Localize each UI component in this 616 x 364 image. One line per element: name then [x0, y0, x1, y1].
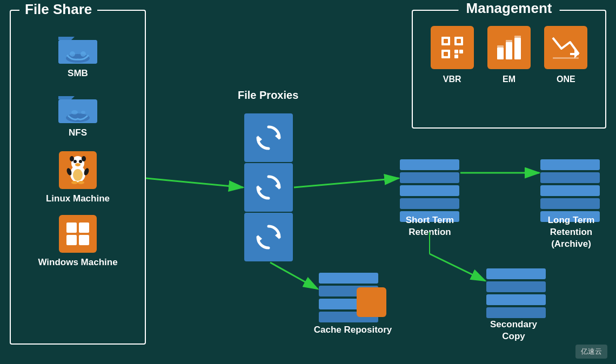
svg-point-20	[78, 181, 84, 184]
svg-rect-32	[454, 55, 458, 58]
svg-point-5	[81, 51, 86, 57]
svg-point-4	[70, 51, 75, 57]
svg-point-17	[70, 156, 74, 161]
linux-item: Linux Machine	[11, 151, 145, 204]
one-item: ONE	[544, 26, 587, 84]
storage-layer	[540, 185, 600, 196]
secondary-label: SecondaryCopy	[483, 319, 545, 342]
svg-point-10	[81, 111, 85, 114]
svg-rect-23	[66, 223, 77, 233]
file-share-box: File Share SMB NFS	[10, 10, 146, 345]
cache-label: Cache Repository	[312, 324, 393, 336]
storage-layer	[400, 172, 459, 183]
cache-orange-icon	[357, 287, 386, 317]
svg-rect-40	[506, 40, 512, 42]
management-title: Management	[459, 0, 560, 18]
proxy-box-2	[244, 163, 293, 212]
windows-icon	[59, 215, 97, 253]
storage-layer	[486, 268, 546, 279]
management-icons: VBR EM	[413, 11, 605, 90]
storage-layer	[486, 294, 546, 305]
nfs-label: NFS	[69, 127, 87, 138]
svg-point-16	[75, 163, 81, 166]
smb-label: SMB	[68, 68, 88, 79]
watermark: 亿速云	[575, 345, 607, 359]
svg-line-56	[430, 254, 485, 281]
storage-layer	[400, 185, 459, 196]
svg-rect-33	[444, 39, 448, 43]
svg-point-19	[71, 181, 78, 184]
smb-icon	[58, 32, 97, 64]
em-icon-box	[487, 26, 531, 69]
storage-layer	[400, 159, 459, 170]
vbr-icon-box	[431, 26, 474, 69]
svg-point-15	[79, 160, 82, 163]
file-proxies-label: File Proxies	[238, 89, 298, 102]
linux-icon	[59, 151, 97, 189]
svg-point-18	[82, 156, 86, 161]
smb-item: SMB	[11, 32, 145, 79]
storage-layer	[540, 198, 600, 209]
vbr-label: VBR	[443, 75, 461, 84]
svg-point-13	[73, 169, 83, 181]
sync-icon-2	[252, 171, 285, 204]
svg-marker-7	[58, 96, 75, 99]
svg-rect-35	[457, 39, 461, 43]
em-svg	[494, 32, 524, 63]
svg-rect-30	[454, 50, 458, 53]
em-item: EM	[487, 26, 531, 84]
svg-line-52	[294, 178, 399, 187]
svg-rect-34	[444, 52, 448, 56]
vbr-svg	[437, 32, 467, 63]
sync-icon-3	[252, 221, 285, 253]
storage-layer	[540, 172, 600, 183]
storage-layer	[540, 159, 600, 170]
em-label: EM	[503, 75, 515, 84]
svg-rect-39	[497, 45, 504, 48]
svg-rect-26	[79, 235, 89, 245]
storage-layer	[486, 281, 546, 292]
svg-rect-43	[553, 57, 579, 59]
svg-point-9	[71, 110, 78, 114]
svg-rect-38	[514, 38, 521, 59]
windows-label: Windows Machine	[38, 257, 117, 268]
svg-rect-25	[66, 235, 77, 245]
nfs-icon	[58, 92, 97, 123]
svg-marker-2	[58, 37, 75, 40]
sync-icon-1	[252, 122, 285, 154]
svg-rect-41	[514, 36, 521, 38]
svg-point-14	[73, 160, 77, 163]
one-label: ONE	[557, 75, 575, 84]
proxy-box-3	[244, 213, 293, 261]
svg-rect-37	[506, 42, 512, 59]
secondary-stack	[486, 268, 546, 318]
management-box: Management VBR	[412, 10, 606, 129]
nfs-item: NFS	[11, 92, 145, 138]
storage-layer	[319, 273, 378, 284]
proxy-box-1	[244, 113, 293, 162]
file-share-title: File Share	[19, 0, 97, 19]
windows-svg	[64, 220, 91, 247]
svg-rect-31	[459, 50, 463, 53]
storage-layer	[486, 307, 546, 318]
short-term-stack	[400, 159, 459, 222]
one-svg	[551, 32, 581, 63]
storage-layer	[400, 198, 459, 209]
long-term-stack	[540, 159, 600, 222]
svg-rect-24	[79, 223, 89, 233]
tux-svg	[65, 156, 91, 185]
linux-label: Linux Machine	[46, 193, 110, 204]
long-term-label: Long TermRetention(Archive)	[536, 214, 606, 250]
svg-line-54	[270, 262, 318, 289]
one-icon-box	[544, 26, 587, 69]
vbr-item: VBR	[431, 26, 474, 84]
windows-item: Windows Machine	[11, 215, 145, 268]
short-term-label: Short Term Retention	[399, 214, 461, 238]
svg-rect-36	[497, 48, 504, 59]
svg-line-51	[146, 178, 243, 187]
